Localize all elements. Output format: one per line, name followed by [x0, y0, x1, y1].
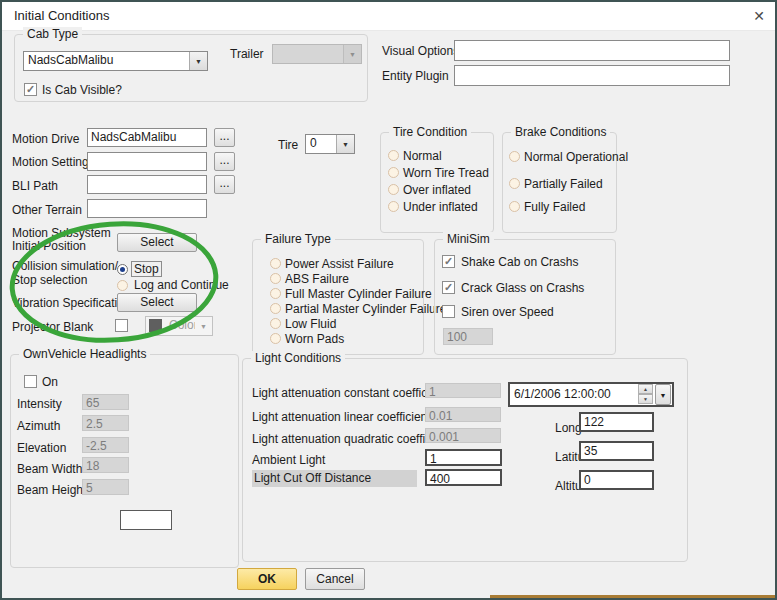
siren-over-speed-label[interactable]: Siren over Speed [461, 305, 554, 319]
tire-normal-radio[interactable] [388, 150, 399, 161]
entity-plugin-input[interactable] [454, 65, 730, 86]
failure-power-assist-label[interactable]: Power Assist Failure [285, 257, 394, 271]
datetime-spinner[interactable]: ▲ ▼ [638, 384, 653, 404]
headlights-on-label[interactable]: On [42, 375, 58, 389]
shake-cab-checkbox[interactable]: ✓ [442, 255, 455, 268]
cab-type-value: NadsCabMalibu [24, 52, 189, 70]
is-cab-visible-checkbox[interactable]: ✓ [24, 83, 37, 96]
headlights-extra-input[interactable] [120, 510, 172, 530]
failure-abs-radio[interactable] [270, 273, 281, 284]
bli-path-browse-button[interactable]: ... [214, 175, 235, 194]
failure-partial-master-radio[interactable] [270, 303, 281, 314]
tire-combo[interactable]: 0 ▼ [305, 134, 355, 154]
light-constant-input: 1 [425, 383, 501, 398]
ok-button[interactable]: OK [237, 568, 297, 590]
tire-normal-label[interactable]: Normal [403, 149, 442, 163]
datetime-dropdown-button[interactable]: ▼ [655, 384, 671, 405]
latitude-input[interactable]: 35 [579, 441, 654, 461]
chevron-down-icon[interactable]: ▼ [336, 135, 354, 153]
failure-full-master-label[interactable]: Full Master Cylinder Failure [285, 287, 432, 301]
light-conditions-legend: Light Conditions [251, 351, 345, 365]
tire-over-inflated-label[interactable]: Over inflated [403, 183, 471, 197]
crack-glass-label[interactable]: Crack Glass on Crashs [461, 281, 584, 295]
tire-worn-label[interactable]: Worn Tire Tread [403, 166, 489, 180]
headlights-legend: OwnVehicle Headlights [19, 347, 150, 361]
other-terrain-input[interactable] [87, 199, 207, 218]
failure-partial-master-label[interactable]: Partial Master Cylinder Failure [285, 302, 446, 316]
title-bar: Initial Conditions ✕ [2, 2, 775, 31]
log-and-continue-label[interactable]: Log and Continue [134, 278, 229, 292]
light-quadratic-input: 0.001 [425, 428, 501, 443]
cab-type-combo[interactable]: NadsCabMalibu ▼ [23, 51, 208, 71]
tire-under-inflated-label[interactable]: Under inflated [403, 200, 478, 214]
failure-worn-pads-label[interactable]: Worn Pads [285, 332, 344, 346]
is-cab-visible-label[interactable]: Is Cab Visible? [42, 83, 122, 97]
spinner-up-icon[interactable]: ▲ [638, 384, 653, 394]
failure-power-assist-radio[interactable] [270, 258, 281, 269]
light-linear-label: Light attenuation linear coefficient [252, 410, 431, 424]
ambient-light-input[interactable]: 1 [425, 449, 502, 466]
siren-over-speed-checkbox[interactable] [442, 305, 455, 318]
light-constant-label: Light attenuation constant coefficient [252, 386, 447, 400]
light-linear-input: 0.01 [425, 407, 501, 422]
failure-abs-label[interactable]: ABS Failure [285, 272, 349, 286]
motion-drive-browse-button[interactable]: ... [214, 128, 235, 147]
brake-fully-radio[interactable] [509, 201, 520, 212]
tire-worn-radio[interactable] [388, 167, 399, 178]
bli-path-input[interactable] [87, 175, 207, 194]
altitude-input[interactable]: 0 [579, 470, 654, 490]
motion-subsystem-label-line1: Motion Subsystem [12, 226, 111, 240]
failure-full-master-radio[interactable] [270, 288, 281, 299]
motion-subsystem-label-line2: Initial Position [12, 239, 86, 253]
color-swatch-icon [149, 319, 162, 332]
cab-type-legend: Cab Type [23, 27, 82, 41]
failure-worn-pads-radio[interactable] [270, 333, 281, 344]
beam-width-label: Beam Width [17, 462, 82, 476]
tire-under-inflated-radio[interactable] [388, 201, 399, 212]
motion-drive-input[interactable]: NadsCabMalibu [87, 128, 207, 147]
check-icon: ✓ [26, 83, 35, 95]
longitude-input[interactable]: 122 [579, 412, 654, 432]
trailer-label: Trailer [230, 47, 264, 61]
close-icon[interactable]: ✕ [753, 8, 765, 24]
light-cutoff-input[interactable]: 400 [425, 469, 502, 486]
elevation-input: -2.5 [82, 437, 129, 453]
log-and-continue-radio[interactable] [117, 280, 128, 291]
motion-subsystem-select-button[interactable]: Select [117, 233, 197, 252]
headlights-on-checkbox[interactable] [24, 375, 37, 388]
motion-drive-label: Motion Drive [12, 132, 79, 146]
brake-partial-radio[interactable] [509, 178, 520, 189]
stop-radio-label[interactable]: Stop [132, 262, 161, 276]
other-terrain-label: Other Terrain [12, 203, 82, 217]
trailer-combo: ▼ [272, 44, 362, 64]
shake-cab-label[interactable]: Shake Cab on Crashs [461, 255, 578, 269]
collision-label-line2: Stop selection [12, 273, 87, 287]
tire-condition-legend: Tire Condition [389, 125, 471, 139]
brake-fully-label[interactable]: Fully Failed [524, 200, 585, 214]
brake-conditions-legend: Brake Conditions [511, 125, 610, 139]
stop-radio[interactable] [117, 264, 128, 275]
spinner-down-icon[interactable]: ▼ [638, 394, 653, 404]
failure-low-fluid-radio[interactable] [270, 318, 281, 329]
intensity-input: 65 [82, 394, 129, 410]
motion-settings-input[interactable] [87, 152, 207, 171]
cancel-button[interactable]: Cancel [305, 568, 365, 590]
brake-normal-label[interactable]: Normal Operational [524, 150, 628, 164]
failure-low-fluid-label[interactable]: Low Fluid [285, 317, 336, 331]
color-combo-label: Color [165, 317, 195, 335]
tire-over-inflated-radio[interactable] [388, 184, 399, 195]
elevation-label: Elevation [17, 441, 66, 455]
brake-partial-label[interactable]: Partially Failed [524, 177, 603, 191]
siren-speed-input: 100 [443, 328, 493, 345]
beam-height-input: 5 [82, 479, 129, 495]
chevron-down-icon: ▼ [195, 317, 212, 335]
chevron-down-icon: ▼ [343, 45, 361, 63]
crack-glass-checkbox[interactable]: ✓ [442, 281, 455, 294]
chevron-down-icon[interactable]: ▼ [189, 52, 207, 70]
tire-label: Tire [278, 138, 298, 152]
projector-blank-checkbox[interactable] [115, 319, 128, 332]
motion-settings-browse-button[interactable]: ... [214, 152, 235, 171]
vibration-select-button[interactable]: Select [117, 293, 197, 312]
visual-options-input[interactable] [454, 40, 730, 61]
brake-normal-radio[interactable] [509, 151, 520, 162]
